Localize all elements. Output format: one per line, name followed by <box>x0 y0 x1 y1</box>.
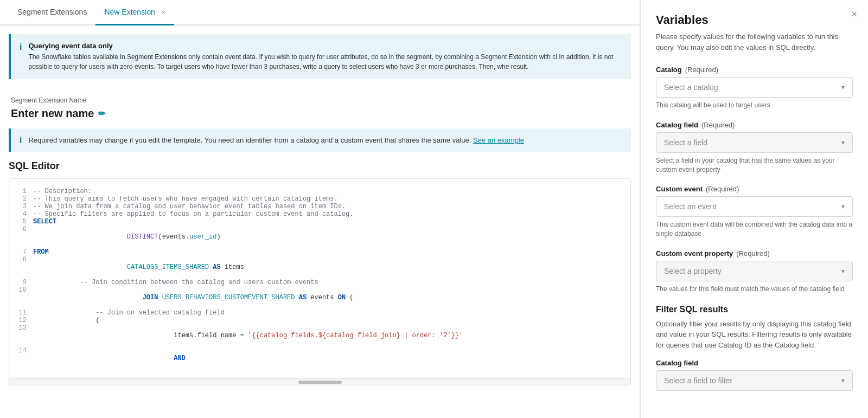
field-group-custom-event: Custom event (Required) Select an event … <box>656 185 853 239</box>
code-line-7: 7 FROM <box>14 248 626 256</box>
code-line-6: 6 DISTINCT(events.user_id) <box>14 226 626 248</box>
tab-new-extension[interactable]: New Extension × <box>95 0 174 25</box>
catalog-field-hint: Select a field in your catalog that has … <box>656 156 853 175</box>
code-line-5: 5 SELECT <box>14 218 626 226</box>
code-line-3: 3 -- We join data from a catalog and use… <box>14 203 626 210</box>
custom-event-hint: This custom event data will be combined … <box>656 220 853 239</box>
left-content: i Querying event data only The Snowflake… <box>0 25 640 418</box>
info-banner-text: The Snowflake tables available in Segmen… <box>28 52 622 72</box>
see-example-link[interactable]: See an example <box>473 136 524 144</box>
code-line-10: 10 JOIN USERS_BEHAVIORS_CUSTOMEVENT_SHAR… <box>14 286 626 309</box>
chevron-down-icon-3: ▾ <box>841 203 845 210</box>
filter-catalog-field-select[interactable]: Select a field to filter ▾ <box>656 370 853 391</box>
panel-title: Variables <box>656 13 853 27</box>
filter-section: Filter SQL results Optionally filter you… <box>656 305 853 391</box>
code-line-14: 14 AND <box>14 347 626 370</box>
sql-editor-section: SQL Editor 1 -- Description: 2 -- This q… <box>0 160 640 394</box>
catalog-field-field-label: Catalog field (Required) <box>656 121 853 129</box>
code-area[interactable]: 1 -- Description: 2 -- This query aims t… <box>9 179 630 378</box>
custom-event-select[interactable]: Select an event ▾ <box>656 196 853 217</box>
code-line-11: 11 -- Join on selected catalog field <box>14 309 626 317</box>
info-icon: i <box>20 42 22 72</box>
code-line-9: 9 -- Join condition between the catalog … <box>14 279 626 286</box>
field-group-catalog-field: Catalog field (Required) Select a field … <box>656 121 853 175</box>
filter-catalog-field-label: Catalog field <box>656 359 853 367</box>
event-property-select[interactable]: Select a property ▾ <box>656 261 853 281</box>
event-property-hint: The values for this field must match the… <box>656 285 853 294</box>
edit-name-icon[interactable]: ✏ <box>98 108 105 119</box>
panel-subtitle: Please specify values for the following … <box>656 31 853 53</box>
horizontal-scrollbar[interactable] <box>9 378 630 385</box>
filter-section-desc: Optionally filter your results by only d… <box>656 319 853 351</box>
right-panel: × Variables Please specify values for th… <box>640 0 868 418</box>
chevron-down-icon-5: ▾ <box>841 377 845 384</box>
code-line-4: 4 -- Specific filters are applied to foc… <box>14 210 626 218</box>
catalog-hint: This catalog will be used to target user… <box>656 101 853 110</box>
filter-section-title: Filter SQL results <box>656 305 853 314</box>
name-section: Segment Extension Name Enter new name ✏ <box>0 88 640 128</box>
info-banner-title: Querying event data only <box>28 42 622 50</box>
field-group-event-property: Custom event property (Required) Select … <box>656 249 853 294</box>
custom-event-label: Custom event (Required) <box>656 185 853 193</box>
name-value: Enter new name ✏ <box>11 107 629 120</box>
tab-segment-extensions[interactable]: Segment Extensions <box>9 0 95 25</box>
code-line-8: 8 CATALOGS_ITEMS_SHARED AS items <box>14 256 626 279</box>
chevron-down-icon-2: ▾ <box>841 139 845 146</box>
chevron-down-icon: ▾ <box>841 83 845 91</box>
event-property-label: Custom event property (Required) <box>656 249 853 258</box>
field-group-catalog: Catalog (Required) Select a catalog ▾ Th… <box>656 66 853 110</box>
catalog-field-label: Catalog (Required) <box>656 66 853 74</box>
left-panel: Segment Extensions New Extension × i Que… <box>0 0 640 418</box>
warning-banner: i Required variables may change if you e… <box>9 128 631 152</box>
name-label: Segment Extension Name <box>11 97 629 104</box>
close-button[interactable]: × <box>851 9 857 20</box>
catalog-field-select[interactable]: Select a field ▾ <box>656 132 853 153</box>
tab-close-icon[interactable]: × <box>162 9 165 16</box>
warning-info-icon: i <box>20 136 22 145</box>
code-line-12: 12 ( <box>14 317 626 324</box>
chevron-down-icon-4: ▾ <box>841 267 845 275</box>
tab-bar: Segment Extensions New Extension × <box>0 0 640 25</box>
sql-editor-title: SQL Editor <box>9 160 631 172</box>
info-banner: i Querying event data only The Snowflake… <box>9 34 631 79</box>
scrollbar-thumb[interactable] <box>298 381 342 384</box>
code-line-13: 13 items.field_name = '{{catalog_fields.… <box>14 324 626 347</box>
code-line-2: 2 -- This query aims to fetch users who … <box>14 195 626 203</box>
code-line-1: 1 -- Description: <box>14 188 626 195</box>
warning-text: Required variables may change if you edi… <box>28 136 524 144</box>
sql-editor-box[interactable]: 1 -- Description: 2 -- This query aims t… <box>9 178 631 385</box>
catalog-select[interactable]: Select a catalog ▾ <box>656 77 853 98</box>
